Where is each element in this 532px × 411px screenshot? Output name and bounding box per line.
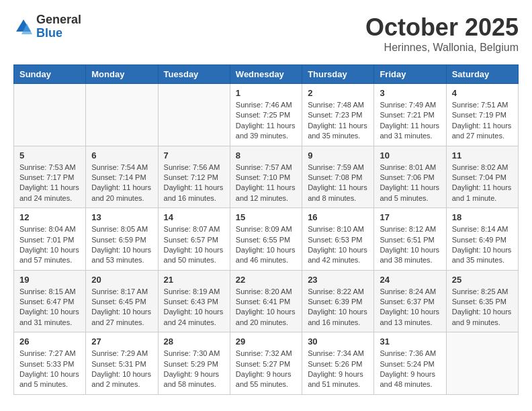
day-number: 23 bbox=[308, 275, 368, 285]
calendar-day-cell: 7Sunrise: 7:56 AM Sunset: 7:12 PM Daylig… bbox=[158, 146, 230, 208]
day-number: 5 bbox=[19, 150, 80, 161]
day-info: Sunrise: 7:32 AM Sunset: 5:27 PM Dayligh… bbox=[236, 349, 292, 388]
calendar-day-cell: 8Sunrise: 7:57 AM Sunset: 7:10 PM Daylig… bbox=[230, 146, 302, 208]
day-info: Sunrise: 8:04 AM Sunset: 7:01 PM Dayligh… bbox=[19, 225, 79, 264]
day-number: 6 bbox=[91, 150, 152, 161]
day-info: Sunrise: 8:09 AM Sunset: 6:55 PM Dayligh… bbox=[236, 225, 296, 264]
day-number: 8 bbox=[236, 150, 296, 161]
calendar-table: SundayMondayTuesdayWednesdayThursdayFrid… bbox=[13, 64, 519, 395]
logo: General Blue bbox=[13, 13, 81, 40]
day-number: 3 bbox=[380, 88, 440, 98]
calendar-day-cell bbox=[86, 84, 158, 146]
day-info: Sunrise: 7:27 AM Sunset: 5:33 PM Dayligh… bbox=[19, 349, 79, 388]
calendar-day-cell: 17Sunrise: 8:12 AM Sunset: 6:51 PM Dayli… bbox=[374, 208, 446, 271]
calendar-day-cell: 16Sunrise: 8:10 AM Sunset: 6:53 PM Dayli… bbox=[302, 208, 374, 271]
day-info: Sunrise: 8:05 AM Sunset: 6:59 PM Dayligh… bbox=[91, 225, 151, 264]
weekday-header: Monday bbox=[86, 65, 158, 84]
day-number: 22 bbox=[236, 275, 296, 285]
day-number: 20 bbox=[91, 275, 152, 285]
day-info: Sunrise: 8:07 AM Sunset: 6:57 PM Dayligh… bbox=[164, 225, 224, 264]
calendar-day-cell bbox=[158, 84, 230, 146]
day-info: Sunrise: 7:30 AM Sunset: 5:29 PM Dayligh… bbox=[164, 349, 220, 388]
day-number: 9 bbox=[308, 150, 368, 161]
day-number: 17 bbox=[380, 212, 440, 222]
day-info: Sunrise: 7:53 AM Sunset: 7:17 PM Dayligh… bbox=[19, 163, 79, 202]
calendar-header-row: SundayMondayTuesdayWednesdayThursdayFrid… bbox=[14, 65, 519, 84]
calendar-day-cell: 4Sunrise: 7:51 AM Sunset: 7:19 PM Daylig… bbox=[446, 84, 518, 146]
calendar-day-cell: 29Sunrise: 7:32 AM Sunset: 5:27 PM Dayli… bbox=[230, 332, 302, 395]
day-number: 30 bbox=[308, 336, 368, 347]
calendar-day-cell: 26Sunrise: 7:27 AM Sunset: 5:33 PM Dayli… bbox=[14, 332, 86, 395]
day-number: 1 bbox=[236, 88, 296, 98]
logo-general-text: General bbox=[36, 13, 81, 27]
calendar-day-cell: 27Sunrise: 7:29 AM Sunset: 5:31 PM Dayli… bbox=[86, 332, 158, 395]
weekday-header: Thursday bbox=[302, 65, 374, 84]
day-number: 2 bbox=[308, 88, 368, 98]
calendar-day-cell: 5Sunrise: 7:53 AM Sunset: 7:17 PM Daylig… bbox=[14, 146, 86, 208]
day-info: Sunrise: 7:57 AM Sunset: 7:10 PM Dayligh… bbox=[236, 163, 296, 202]
calendar-day-cell: 11Sunrise: 8:02 AM Sunset: 7:04 PM Dayli… bbox=[446, 146, 518, 208]
day-number: 10 bbox=[380, 150, 440, 161]
day-info: Sunrise: 7:34 AM Sunset: 5:26 PM Dayligh… bbox=[308, 349, 364, 388]
day-number: 16 bbox=[308, 212, 368, 222]
calendar-day-cell bbox=[446, 332, 518, 395]
calendar-week-row: 26Sunrise: 7:27 AM Sunset: 5:33 PM Dayli… bbox=[14, 332, 519, 395]
weekday-header: Tuesday bbox=[158, 65, 230, 84]
day-info: Sunrise: 7:51 AM Sunset: 7:19 PM Dayligh… bbox=[452, 101, 512, 140]
day-number: 25 bbox=[452, 275, 513, 285]
day-number: 28 bbox=[164, 336, 224, 347]
calendar-week-row: 12Sunrise: 8:04 AM Sunset: 7:01 PM Dayli… bbox=[14, 208, 519, 271]
calendar-day-cell: 19Sunrise: 8:15 AM Sunset: 6:47 PM Dayli… bbox=[14, 270, 86, 332]
calendar-day-cell bbox=[14, 84, 86, 146]
day-number: 18 bbox=[452, 212, 513, 222]
day-info: Sunrise: 8:14 AM Sunset: 6:49 PM Dayligh… bbox=[452, 225, 512, 264]
calendar-day-cell: 25Sunrise: 8:25 AM Sunset: 6:35 PM Dayli… bbox=[446, 270, 518, 332]
day-info: Sunrise: 7:54 AM Sunset: 7:14 PM Dayligh… bbox=[91, 163, 151, 202]
day-number: 29 bbox=[236, 336, 296, 347]
day-number: 13 bbox=[91, 212, 152, 222]
day-info: Sunrise: 7:36 AM Sunset: 5:24 PM Dayligh… bbox=[380, 349, 436, 388]
day-info: Sunrise: 7:48 AM Sunset: 7:23 PM Dayligh… bbox=[308, 101, 367, 140]
day-info: Sunrise: 8:17 AM Sunset: 6:45 PM Dayligh… bbox=[91, 287, 151, 326]
calendar-week-row: 19Sunrise: 8:15 AM Sunset: 6:47 PM Dayli… bbox=[14, 270, 519, 332]
calendar-day-cell: 23Sunrise: 8:22 AM Sunset: 6:39 PM Dayli… bbox=[302, 270, 374, 332]
calendar-day-cell: 22Sunrise: 8:20 AM Sunset: 6:41 PM Dayli… bbox=[230, 270, 302, 332]
day-number: 31 bbox=[380, 336, 440, 347]
day-number: 19 bbox=[19, 275, 80, 285]
day-info: Sunrise: 7:46 AM Sunset: 7:25 PM Dayligh… bbox=[236, 101, 296, 140]
weekday-header: Saturday bbox=[446, 65, 518, 84]
day-info: Sunrise: 8:24 AM Sunset: 6:37 PM Dayligh… bbox=[380, 287, 439, 326]
calendar-day-cell: 10Sunrise: 8:01 AM Sunset: 7:06 PM Dayli… bbox=[374, 146, 446, 208]
month-title: October 2025 bbox=[365, 13, 519, 42]
calendar-day-cell: 2Sunrise: 7:48 AM Sunset: 7:23 PM Daylig… bbox=[302, 84, 374, 146]
weekday-header: Sunday bbox=[14, 65, 86, 84]
day-number: 26 bbox=[19, 336, 80, 347]
logo-blue-text: Blue bbox=[36, 27, 81, 40]
day-info: Sunrise: 8:22 AM Sunset: 6:39 PM Dayligh… bbox=[308, 287, 367, 326]
calendar-day-cell: 18Sunrise: 8:14 AM Sunset: 6:49 PM Dayli… bbox=[446, 208, 518, 271]
day-number: 21 bbox=[164, 275, 224, 285]
day-info: Sunrise: 8:10 AM Sunset: 6:53 PM Dayligh… bbox=[308, 225, 367, 264]
calendar-day-cell: 12Sunrise: 8:04 AM Sunset: 7:01 PM Dayli… bbox=[14, 208, 86, 271]
logo-icon bbox=[13, 17, 34, 37]
calendar-day-cell: 6Sunrise: 7:54 AM Sunset: 7:14 PM Daylig… bbox=[86, 146, 158, 208]
calendar-day-cell: 14Sunrise: 8:07 AM Sunset: 6:57 PM Dayli… bbox=[158, 208, 230, 271]
day-info: Sunrise: 7:29 AM Sunset: 5:31 PM Dayligh… bbox=[91, 349, 151, 388]
calendar-day-cell: 20Sunrise: 8:17 AM Sunset: 6:45 PM Dayli… bbox=[86, 270, 158, 332]
calendar-day-cell: 1Sunrise: 7:46 AM Sunset: 7:25 PM Daylig… bbox=[230, 84, 302, 146]
day-info: Sunrise: 8:20 AM Sunset: 6:41 PM Dayligh… bbox=[236, 287, 296, 326]
day-info: Sunrise: 7:56 AM Sunset: 7:12 PM Dayligh… bbox=[164, 163, 224, 202]
title-block: October 2025 Herinnes, Wallonia, Belgium bbox=[365, 13, 519, 54]
day-number: 7 bbox=[164, 150, 224, 161]
day-number: 12 bbox=[19, 212, 80, 222]
day-number: 14 bbox=[164, 212, 224, 222]
day-info: Sunrise: 8:02 AM Sunset: 7:04 PM Dayligh… bbox=[452, 163, 512, 202]
location-subtitle: Herinnes, Wallonia, Belgium bbox=[365, 42, 519, 54]
calendar-day-cell: 31Sunrise: 7:36 AM Sunset: 5:24 PM Dayli… bbox=[374, 332, 446, 395]
day-info: Sunrise: 8:01 AM Sunset: 7:06 PM Dayligh… bbox=[380, 163, 439, 202]
day-number: 15 bbox=[236, 212, 296, 222]
day-info: Sunrise: 8:15 AM Sunset: 6:47 PM Dayligh… bbox=[19, 287, 79, 326]
calendar-day-cell: 30Sunrise: 7:34 AM Sunset: 5:26 PM Dayli… bbox=[302, 332, 374, 395]
calendar-day-cell: 24Sunrise: 8:24 AM Sunset: 6:37 PM Dayli… bbox=[374, 270, 446, 332]
day-info: Sunrise: 8:25 AM Sunset: 6:35 PM Dayligh… bbox=[452, 287, 512, 326]
